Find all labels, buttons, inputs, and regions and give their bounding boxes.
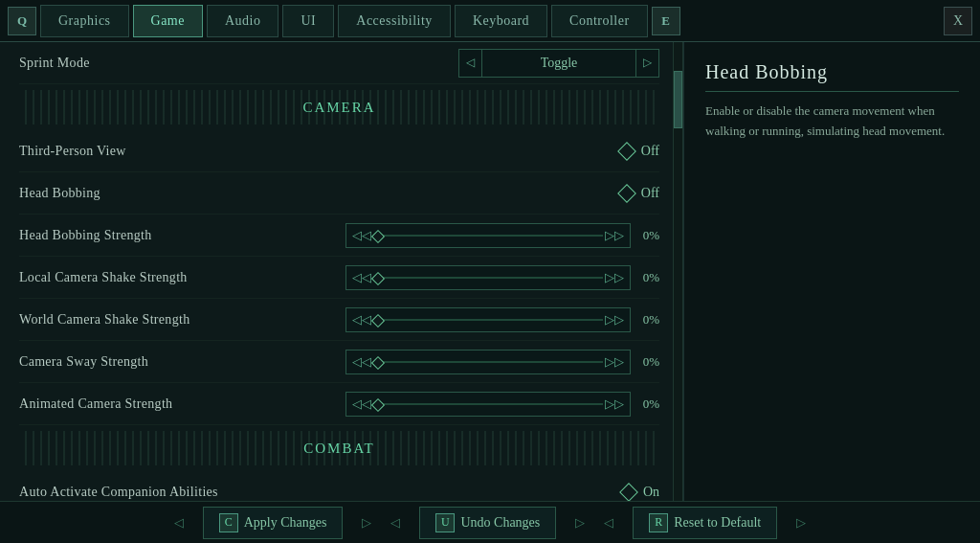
slider-track-hb[interactable]	[373, 226, 603, 245]
diamond-icon-2	[617, 184, 636, 203]
apply-key-badge: C	[219, 513, 238, 532]
tab-ui[interactable]: UI	[282, 5, 334, 37]
world-shake-value: 0%	[638, 312, 659, 328]
apply-chevron-right: ▷	[362, 515, 371, 531]
apply-label: Apply Changes	[244, 515, 327, 531]
nav-right-key[interactable]: E	[652, 7, 680, 35]
undo-chevron-right: ▷	[575, 515, 585, 531]
undo-label: Undo Changes	[460, 515, 540, 531]
apply-button[interactable]: C Apply Changes	[203, 507, 344, 539]
tab-keyboard[interactable]: Keyboard	[455, 5, 547, 37]
bottom-bar: ◁ C Apply Changes ▷ ◁ U Undo Changes ▷ ◁…	[0, 501, 980, 543]
slider-left-arrow-3: ◁◁	[352, 312, 371, 328]
slider-right-arrow-3: ▷▷	[605, 312, 624, 328]
slider-line-local	[373, 277, 603, 279]
reset-chevron-left: ◁	[604, 515, 613, 531]
setting-row-sway: Camera Sway Strength ◁◁ ▷▷ 0%	[19, 341, 659, 383]
third-person-value: Off	[641, 144, 659, 159]
settings-list: Sprint Mode ◁ Toggle ▷ Camera Third-Pers…	[0, 42, 682, 501]
top-nav: Q Graphics Game Audio UI Accessibility K…	[0, 0, 980, 42]
slider-line-animated	[373, 403, 603, 405]
world-shake-label: World Camera Shake Strength	[19, 312, 189, 328]
sway-value: 0%	[638, 354, 659, 370]
reset-label: Reset to Default	[674, 515, 761, 531]
third-person-toggle[interactable]: Off	[620, 144, 659, 159]
nav-left-key[interactable]: Q	[8, 7, 36, 35]
slider-border-animated: ◁◁ ▷▷	[345, 392, 631, 417]
slider-line-sway	[373, 361, 603, 363]
undo-chevron-left: ◁	[390, 515, 400, 531]
sprint-arrow-left[interactable]: ◁	[459, 50, 482, 77]
reset-chevron-right: ▷	[796, 515, 806, 531]
animated-label: Animated Camera Strength	[19, 396, 172, 412]
info-panel: Head Bobbing Enable or disable the camer…	[683, 42, 980, 501]
slider-left-arrow-4: ◁◁	[352, 354, 371, 370]
tab-accessibility[interactable]: Accessibility	[338, 5, 451, 37]
diamond-icon	[617, 142, 636, 161]
slider-track-sway[interactable]	[373, 352, 603, 372]
info-panel-title: Head Bobbing	[705, 61, 959, 92]
scrollbar[interactable]	[673, 42, 682, 501]
head-bobbing-label: Head Bobbing	[19, 186, 100, 201]
combat-section-label: Combat	[288, 441, 390, 457]
reset-button[interactable]: R Reset to Default	[633, 507, 777, 539]
tab-audio[interactable]: Audio	[207, 5, 279, 37]
slider-track-world[interactable]	[373, 310, 603, 329]
setting-row-sprint: Sprint Mode ◁ Toggle ▷	[19, 42, 659, 84]
head-bobbing-value: Off	[641, 186, 659, 201]
slider-border-local: ◁◁ ▷▷	[345, 265, 631, 290]
setting-row-hb-strength: Head Bobbing Strength ◁◁ ▷▷ 0%	[19, 215, 659, 257]
third-person-label: Third-Person View	[19, 144, 126, 159]
sprint-dropdown[interactable]: ◁ Toggle ▷	[458, 49, 659, 78]
tab-controller[interactable]: Controller	[551, 5, 648, 37]
slider-right-arrow-2: ▷▷	[605, 270, 624, 285]
sprint-arrow-right[interactable]: ▷	[635, 50, 658, 77]
hb-strength-label: Head Bobbing Strength	[19, 228, 152, 243]
sprint-label: Sprint Mode	[19, 56, 90, 71]
slider-right-arrow-4: ▷▷	[605, 354, 624, 370]
slider-left-arrow-2: ◁◁	[352, 270, 371, 285]
setting-row-third-person: Third-Person View Off	[19, 130, 659, 172]
sway-slider[interactable]: ◁◁ ▷▷ 0%	[345, 350, 659, 374]
info-panel-description: Enable or disable the camera movement wh…	[705, 102, 959, 142]
auto-activate-toggle[interactable]: On	[622, 485, 659, 500]
slider-track-local[interactable]	[373, 268, 603, 287]
apply-chevron-left: ◁	[174, 515, 184, 531]
slider-right-arrow: ▷▷	[605, 228, 624, 243]
camera-section-header: Camera	[19, 90, 659, 124]
setting-row-world-shake: World Camera Shake Strength ◁◁ ▷▷ 0%	[19, 299, 659, 341]
main-layout: Sprint Mode ◁ Toggle ▷ Camera Third-Pers…	[0, 42, 980, 501]
slider-border-world: ◁◁ ▷▷	[345, 307, 631, 332]
slider-line-world	[373, 319, 603, 321]
sprint-value: Toggle	[482, 56, 635, 71]
setting-row-animated: Animated Camera Strength ◁◁ ▷▷ 0%	[19, 383, 659, 425]
close-button[interactable]: X	[944, 7, 972, 35]
setting-row-head-bobbing: Head Bobbing Off	[19, 172, 659, 215]
local-shake-slider[interactable]: ◁◁ ▷▷ 0%	[345, 265, 659, 290]
auto-activate-value: On	[643, 485, 659, 500]
local-shake-value: 0%	[638, 270, 659, 285]
hb-strength-slider[interactable]: ◁◁ ▷▷ 0%	[345, 223, 659, 248]
setting-row-local-shake: Local Camera Shake Strength ◁◁ ▷▷ 0%	[19, 257, 659, 299]
tab-graphics[interactable]: Graphics	[40, 5, 129, 37]
slider-border-hb: ◁◁ ▷▷	[345, 223, 631, 248]
hb-strength-value: 0%	[638, 228, 659, 243]
setting-row-auto-activate: Auto Activate Companion Abilities On	[19, 471, 659, 501]
head-bobbing-toggle[interactable]: Off	[620, 186, 659, 201]
slider-left-arrow-5: ◁◁	[352, 396, 371, 412]
undo-button[interactable]: U Undo Changes	[419, 507, 556, 539]
slider-track-animated[interactable]	[373, 395, 603, 414]
world-shake-slider[interactable]: ◁◁ ▷▷ 0%	[345, 307, 659, 332]
auto-activate-label: Auto Activate Companion Abilities	[19, 485, 218, 500]
left-panel: Sprint Mode ◁ Toggle ▷ Camera Third-Pers…	[0, 42, 683, 501]
camera-section-label: Camera	[287, 100, 390, 116]
tab-game[interactable]: Game	[133, 5, 203, 37]
sway-label: Camera Sway Strength	[19, 354, 148, 370]
slider-right-arrow-5: ▷▷	[605, 396, 624, 412]
slider-border-sway: ◁◁ ▷▷	[345, 350, 631, 374]
slider-left-arrow: ◁◁	[352, 228, 371, 243]
combat-section-header: Combat	[19, 431, 659, 465]
animated-value: 0%	[638, 396, 659, 412]
scroll-thumb[interactable]	[674, 71, 682, 128]
animated-slider[interactable]: ◁◁ ▷▷ 0%	[345, 392, 659, 417]
